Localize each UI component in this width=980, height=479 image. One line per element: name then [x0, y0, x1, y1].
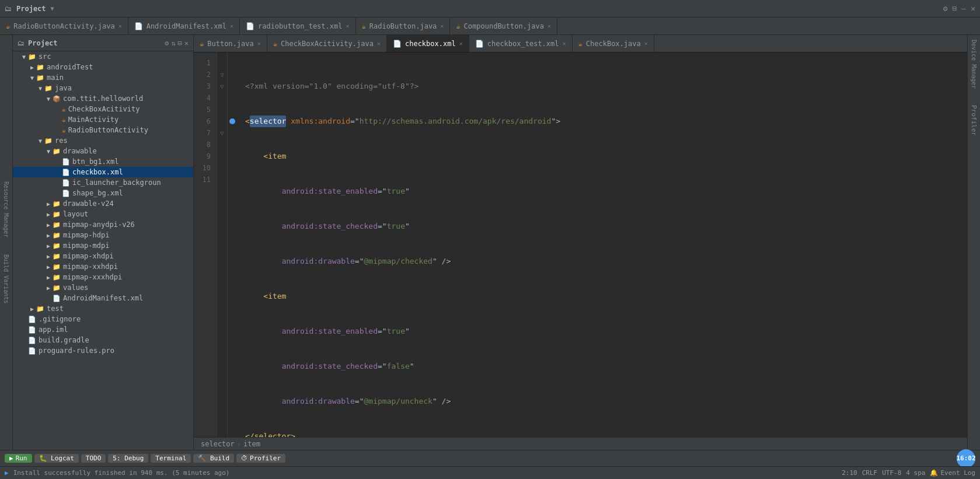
device-manager-label[interactable]: Device Manager [969, 37, 978, 91]
settings-icon[interactable]: ⚙ [943, 4, 948, 13]
tab-close-manifest[interactable]: ✕ [230, 23, 233, 29]
logcat-button[interactable]: 🐛 Logcat [34, 454, 79, 463]
tree-appiml[interactable]: ▶ 📄 app.iml [13, 324, 193, 335]
close-checkbox-xml[interactable]: ✕ [459, 40, 463, 47]
breadcrumb-item[interactable]: item [243, 440, 260, 448]
tree-ic-launcher[interactable]: ▶ 📄 ic_launcher_backgroun [13, 177, 193, 188]
tree-drawable[interactable]: ▼ 📁 drawable [13, 146, 193, 156]
event-log[interactable]: 🔔 Event Log [930, 469, 975, 477]
code-editor[interactable]: 1 2 3 4 5 6 7 8 9 10 11 ▽ ▽ [194, 53, 967, 437]
dropdown-icon[interactable]: ▼ [51, 5, 54, 12]
tree-buildgradle[interactable]: ▶ 📄 build.gradle [13, 335, 193, 345]
tree-mainactivity[interactable]: ▶ ☕ MainActivity [13, 114, 193, 125]
build-button[interactable]: 🔨 Build [193, 454, 234, 463]
folder-icon-test: 📁 [36, 305, 44, 313]
profiler-label[interactable]: Profiler [969, 103, 979, 138]
xml-file-icon4: 📄 [62, 190, 70, 197]
tree-checkbox-xml[interactable]: ▶ 📄 checkbox.xml [13, 167, 193, 177]
tree-androidmanifest[interactable]: ▶ 📄 AndroidManifest.xml [13, 293, 193, 303]
close-checkbox-test[interactable]: ✕ [563, 40, 566, 47]
status-indent[interactable]: 4 spa [906, 469, 925, 477]
java-icon: ☕ [6, 22, 10, 30]
code-content[interactable]: <?xml version="1.0" encoding="utf-8"?> <… [238, 53, 967, 437]
breakpoint-6[interactable] [228, 116, 238, 127]
folder-icon-androidtest: 📁 [36, 64, 44, 71]
tab-checkbox-test-xml[interactable]: 📄 checkbox_test.xml ✕ [469, 35, 573, 52]
tree-btnbg1[interactable]: ▶ 📄 btn_bg1.xml [13, 156, 193, 167]
code-line-8: android:state_enabled="true" [245, 326, 967, 337]
tree-proguard[interactable]: ▶ 📄 proguard-rules.pro [13, 345, 193, 356]
tree-values[interactable]: ▶ 📁 values [13, 282, 193, 293]
tab-radiobutton-test[interactable]: 📄 radiobutton_test.xml ✕ [240, 18, 356, 34]
status-encoding[interactable]: UTF-8 [882, 469, 901, 477]
tree-package[interactable]: ▼ 📦 com.ttit.helloworld [13, 93, 193, 104]
tab-radiobutton-activity[interactable]: ☕ RadioButtonActivity.java ✕ [0, 18, 128, 34]
breadcrumb-selector[interactable]: selector [201, 440, 235, 448]
tab-compoundbutton[interactable]: ☕ CompoundButton.java ✕ [450, 18, 557, 34]
tree-res[interactable]: ▼ 📁 res [13, 135, 193, 146]
status-bar: ▶ Install successfully finished in 940 m… [0, 466, 980, 479]
status-cursor[interactable]: 2:10 [842, 469, 857, 477]
tree-gitignore[interactable]: ▶ 📄 .gitignore [13, 314, 193, 324]
tree-shapebg[interactable]: ▶ 📄 shape_bg.xml [13, 188, 193, 198]
status-crlf[interactable]: CRLF [862, 469, 878, 477]
tree-test[interactable]: ▶ 📁 test [13, 303, 193, 314]
fold-3[interactable]: ▽ [217, 81, 227, 92]
tree-mipmap-xhdpi[interactable]: ▶ 📁 mipmap-xhdpi [13, 251, 193, 261]
close-button-java[interactable]: ✕ [257, 40, 261, 47]
tree-mipmap-mdpi[interactable]: ▶ 📁 mipmap-mdpi [13, 240, 193, 251]
tree-java[interactable]: ▼ 📁 java [13, 83, 193, 93]
tab-button-java[interactable]: ☕ Button.java ✕ [194, 35, 267, 52]
expand-arrow[interactable]: ▼ [20, 54, 28, 60]
build-variants-label[interactable]: Build Variants [2, 252, 11, 306]
tab-android-manifest[interactable]: 📄 AndroidManifest.xml ✕ [128, 18, 240, 34]
status-run-icon: ▶ [5, 469, 9, 477]
sort-icon[interactable]: ⇅ [171, 39, 175, 47]
tree-androidtest[interactable]: ▶ 📁 androidTest [13, 62, 193, 72]
tree-mipmap-xxhdpi[interactable]: ▶ 📁 mipmap-xxhdpi [13, 261, 193, 272]
tab-radiobutton-java[interactable]: ☕ RadioButton.java ✕ [356, 18, 451, 34]
tab-checkbox-java[interactable]: ☕ CheckBox.java ✕ [573, 35, 654, 52]
tab-close-rbtest[interactable]: ✕ [346, 23, 349, 29]
left-vertical-strip: Resource Manager Build Variants [0, 35, 13, 450]
tab-checkboxacitivity-java[interactable]: ☕ CheckBoxAcitivity.java ✕ [267, 35, 387, 52]
tree-radiobuttonactivity[interactable]: ▶ ☕ RadioButtonActivity [13, 125, 193, 135]
close-checkboxact[interactable]: ✕ [377, 40, 381, 47]
tree-drawable-v24[interactable]: ▶ 📁 drawable-v24 [13, 198, 193, 209]
project-title[interactable]: Project [16, 5, 46, 13]
tab-close-radiobutton[interactable]: ✕ [118, 23, 122, 29]
tree-src[interactable]: ▼ 📁 src [13, 51, 193, 62]
layout-icon[interactable]: ⊟ [953, 4, 957, 13]
tab-close-compound[interactable]: ✕ [547, 23, 551, 29]
folder-icon-res: 📁 [44, 137, 53, 145]
folder-icon-mdpi: 📁 [53, 242, 61, 250]
editor-area: ☕ Button.java ✕ ☕ CheckBoxAcitivity.java… [194, 35, 967, 450]
resource-manager-label[interactable]: Resource Manager [2, 179, 11, 240]
tree-mipmap-hdpi[interactable]: ▶ 📁 mipmap-hdpi [13, 230, 193, 240]
status-message-text: Install successfully finished in 940 ms.… [13, 469, 230, 477]
todo-button[interactable]: TODO [81, 454, 106, 463]
tree-layout[interactable]: ▶ 📁 layout [13, 209, 193, 219]
profiler-button[interactable]: ⏱ Profiler [236, 454, 285, 463]
fold-2[interactable]: ▽ [217, 69, 227, 81]
tree-mipmap-anydpi[interactable]: ▶ 📁 mipmap-anydpi-v26 [13, 219, 193, 230]
xml-file-icon2: 📄 [62, 169, 70, 176]
status-message: ▶ Install successfully finished in 940 m… [5, 469, 841, 477]
run-button[interactable]: ▶ Run [5, 454, 32, 463]
minimize-icon[interactable]: — [961, 4, 966, 13]
fold-7[interactable]: ▽ [217, 127, 227, 139]
close-icon[interactable]: ✕ [971, 4, 975, 13]
file-icon-gradle: 📄 [28, 337, 36, 344]
tree-checkboxacitivity[interactable]: ▶ ☕ CheckBoxAcitivity [13, 104, 193, 114]
collapse-icon[interactable]: ⊟ [178, 39, 182, 47]
tree-mipmap-xxxhdpi[interactable]: ▶ 📁 mipmap-xxxhdpi [13, 272, 193, 282]
close-panel-icon[interactable]: ✕ [184, 39, 189, 47]
gear-icon[interactable]: ⚙ [165, 39, 169, 47]
tab-close-rbjava[interactable]: ✕ [440, 23, 444, 29]
terminal-button[interactable]: Terminal [151, 454, 191, 463]
debug-button[interactable]: 5: Debug [108, 454, 148, 463]
tree-main[interactable]: ▼ 📁 main [13, 72, 193, 83]
close-checkbox-java[interactable]: ✕ [644, 40, 648, 47]
tab-checkbox-xml[interactable]: 📄 checkbox.xml ✕ [387, 35, 469, 52]
folder-icon-layout: 📁 [53, 211, 61, 218]
